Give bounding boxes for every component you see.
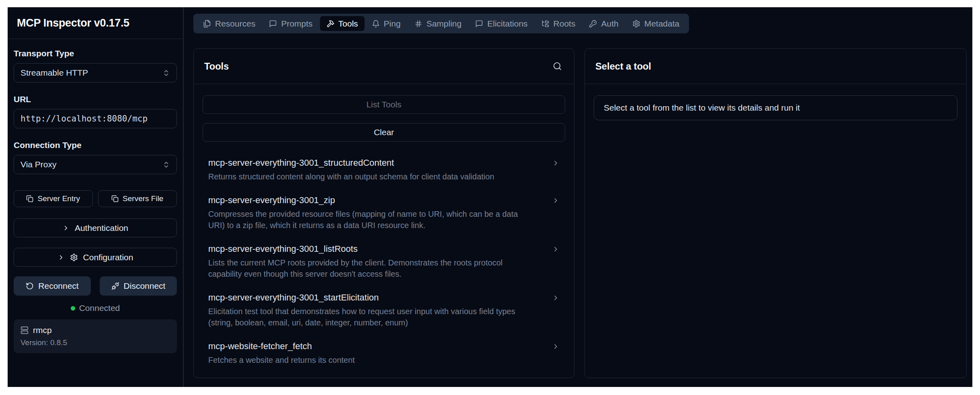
copy-buttons-row: Server Entry Servers File <box>14 190 177 207</box>
server-name-row: rmcp <box>21 325 170 335</box>
list-tools-button[interactable]: List Tools <box>203 95 565 114</box>
tab-auth[interactable]: Auth <box>582 16 625 31</box>
bell-icon <box>372 20 380 28</box>
mcp-inspector-app: MCP Inspector v0.17.5 Transport Type Str… <box>8 7 972 387</box>
message-square-icon <box>269 20 277 28</box>
tool-text: mcp-server-everything-3001_zip Compresse… <box>208 195 552 231</box>
servers-file-label: Servers File <box>123 194 163 203</box>
status-label: Connected <box>79 303 120 313</box>
unplug-icon <box>111 282 119 290</box>
tool-text: mcp-server-everything-3001_structuredCon… <box>208 158 552 182</box>
details-panel-title: Select a tool <box>595 61 651 72</box>
placeholder-text: Select a tool from the list to view its … <box>604 103 800 113</box>
chevron-right-icon <box>552 159 560 167</box>
tool-name: mcp-website-fetcher_fetch <box>208 341 533 352</box>
transport-type-label: Transport Type <box>14 49 177 58</box>
tab-bar: Resources Prompts Tools Ping Sampling El… <box>193 14 689 33</box>
tool-list-item[interactable]: mcp-server-everything-3001_structuredCon… <box>203 151 565 189</box>
tab-label: Elicitations <box>487 19 527 29</box>
server-entry-label: Server Entry <box>37 194 80 203</box>
select-tool-placeholder: Select a tool from the list to view its … <box>594 95 957 120</box>
details-panel-body: Select a tool from the list to view its … <box>585 84 966 129</box>
details-panel-header: Select a tool <box>585 49 966 84</box>
tools-panel-title: Tools <box>204 61 229 72</box>
configuration-label: Configuration <box>83 253 133 262</box>
chevron-right-icon <box>552 245 560 253</box>
server-info-card: rmcp Version: 0.8.5 <box>14 319 177 353</box>
main-area: Resources Prompts Tools Ping Sampling El… <box>184 7 972 387</box>
tab-label: Prompts <box>281 19 312 29</box>
sidebar: MCP Inspector v0.17.5 Transport Type Str… <box>8 7 184 387</box>
disconnect-button[interactable]: Disconnect <box>100 276 177 296</box>
chevron-right-icon <box>552 294 560 302</box>
copy-icon <box>26 195 33 202</box>
tab-label: Resources <box>215 19 255 29</box>
tool-name: mcp-server-everything-3001_startElicitat… <box>208 292 533 303</box>
reconnect-button[interactable]: Reconnect <box>14 276 91 296</box>
tool-list-item[interactable]: mcp-website-fetcher_fetch Fetches a webs… <box>203 335 565 372</box>
tools-panel-header: Tools <box>194 49 574 84</box>
tool-details-panel: Select a tool Select a tool from the lis… <box>584 48 967 378</box>
tab-label: Auth <box>601 19 618 29</box>
tool-list-item[interactable]: mcp-server-everything-3001_listRoots Lis… <box>203 237 565 286</box>
chevron-right-icon <box>552 197 560 204</box>
connection-status: Connected <box>14 303 177 313</box>
tools-panel-body: List Tools Clear mcp-server-everything-3… <box>194 84 574 378</box>
server-entry-button[interactable]: Server Entry <box>14 190 93 207</box>
clear-button[interactable]: Clear <box>203 123 565 142</box>
servers-file-button[interactable]: Servers File <box>98 190 177 207</box>
tab-resources[interactable]: Resources <box>197 16 262 31</box>
tab-metadata[interactable]: Metadata <box>626 16 686 31</box>
tool-description: Returns structured content along with an… <box>208 171 533 182</box>
tab-sampling[interactable]: Sampling <box>408 16 468 31</box>
files-icon <box>203 20 211 28</box>
search-button[interactable] <box>551 60 564 72</box>
connection-type-select[interactable]: Via Proxy <box>14 155 177 174</box>
sidebar-body: Transport Type Streamable HTTP URL Conne… <box>8 39 183 353</box>
key-icon <box>589 20 597 28</box>
tab-tools[interactable]: Tools <box>320 16 365 31</box>
tab-elicitations[interactable]: Elicitations <box>469 16 534 31</box>
copy-icon <box>111 195 119 202</box>
sidebar-header: MCP Inspector v0.17.5 <box>8 7 183 39</box>
disconnect-label: Disconnect <box>124 281 166 291</box>
server-name: rmcp <box>33 325 52 335</box>
tab-roots[interactable]: Roots <box>535 16 582 31</box>
tab-label: Metadata <box>644 19 680 29</box>
chevrons-up-down-icon <box>162 69 170 77</box>
url-group: URL <box>14 95 177 128</box>
app-title: MCP Inspector v0.17.5 <box>17 17 129 29</box>
tab-label: Ping <box>384 19 401 29</box>
tool-name: mcp-server-everything-3001_listRoots <box>208 244 533 254</box>
tab-prompts[interactable]: Prompts <box>262 16 319 31</box>
chevrons-up-down-icon <box>162 161 170 169</box>
transport-type-value: Streamable HTTP <box>21 68 88 78</box>
tool-list-item[interactable]: mcp-server-everything-3001_zip Compresse… <box>203 189 565 237</box>
message-square-icon <box>475 20 483 28</box>
tool-text: mcp-website-fetcher_fetch Fetches a webs… <box>208 341 552 366</box>
hammer-icon <box>326 20 334 28</box>
reconnect-label: Reconnect <box>38 281 78 291</box>
authentication-toggle[interactable]: Authentication <box>14 218 177 237</box>
hash-icon <box>414 20 422 28</box>
content-area: Tools List Tools Clear mcp-server-everyt… <box>193 48 967 378</box>
configuration-toggle[interactable]: Configuration <box>14 248 177 267</box>
server-icon <box>21 326 29 334</box>
connection-buttons-row: Reconnect Disconnect <box>14 276 177 296</box>
transport-type-select[interactable]: Streamable HTTP <box>14 63 177 82</box>
rotate-ccw-icon <box>26 282 34 290</box>
tool-description: Elicitation test tool that demonstrates … <box>208 306 533 328</box>
tool-list-item[interactable]: mcp-server-everything-3001_startElicitat… <box>203 286 565 335</box>
tool-name: mcp-server-everything-3001_structuredCon… <box>208 158 533 168</box>
connection-type-group: Connection Type Via Proxy <box>14 140 177 174</box>
url-label: URL <box>14 95 177 104</box>
url-input[interactable] <box>14 109 177 128</box>
tool-description: Lists the current MCP roots provided by … <box>208 257 533 280</box>
tool-text: mcp-server-everything-3001_listRoots Lis… <box>208 244 552 280</box>
tab-ping[interactable]: Ping <box>365 16 407 31</box>
tool-text: mcp-server-everything-3001_startElicitat… <box>208 292 552 328</box>
authentication-label: Authentication <box>75 223 128 233</box>
chevron-right-icon <box>552 343 560 350</box>
connection-type-value: Via Proxy <box>21 160 57 169</box>
tool-name: mcp-server-everything-3001_zip <box>208 195 533 206</box>
